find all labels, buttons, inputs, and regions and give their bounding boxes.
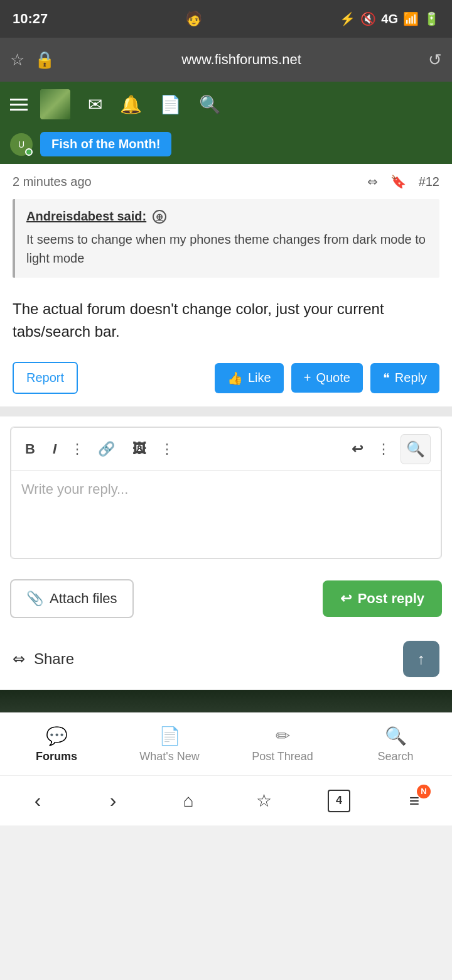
like-button[interactable]: 👍 Like	[215, 363, 284, 393]
reply-button[interactable]: ❝ Reply	[370, 363, 439, 393]
bookmark-icon[interactable]: 🔖	[390, 174, 406, 189]
fotm-section: U Fish of the Month!	[0, 127, 452, 164]
quote-text: It seems to change when my phones theme …	[26, 230, 428, 268]
more-format-button[interactable]: ⋮	[70, 441, 84, 457]
scroll-top-icon: ↑	[417, 650, 425, 668]
scroll-top-button[interactable]: ↑	[403, 641, 439, 677]
share-icon[interactable]: ⇔	[367, 174, 378, 189]
favorites-icon: ☆	[256, 790, 272, 811]
nav-forums[interactable]: 💬 Forums	[0, 713, 113, 775]
user-avatar-small: U	[10, 133, 33, 156]
more-options-button[interactable]: ⋮	[377, 441, 390, 457]
bell-icon[interactable]: 🔔	[120, 94, 142, 115]
nav-bar: ✉ 🔔 📄 🔍	[0, 82, 452, 127]
quote-block: Andreisdabest said: ⊕ It seems to change…	[13, 199, 439, 278]
avatar[interactable]	[40, 89, 70, 119]
toolbar-right: ↩ ⋮	[348, 438, 390, 460]
forward-icon: ›	[110, 789, 117, 812]
attach-files-button[interactable]: 📎 Attach files	[10, 579, 134, 618]
avatar-image	[40, 89, 70, 119]
document-icon[interactable]: 📄	[159, 94, 181, 115]
plus-icon: +	[304, 371, 311, 385]
reply-editor: B I ⋮ 🔗 🖼 ⋮ ↩ ⋮ 🔍 Write your reply...	[0, 416, 452, 569]
dark-strip	[0, 690, 452, 712]
time-display: 10:27	[13, 11, 48, 27]
notification-badge: N	[417, 785, 431, 798]
nav-icons: ✉ 🔔 📄 🔍	[40, 89, 221, 119]
menu-button[interactable]: ≡ N	[396, 782, 433, 820]
favorites-button[interactable]: ☆	[245, 782, 282, 820]
report-button[interactable]: Report	[13, 362, 78, 394]
post-thread-icon: ✏	[276, 726, 290, 746]
bottom-nav: 💬 Forums 📄 What's New ✏ Post Thread 🔍 Se…	[0, 712, 452, 775]
search-bottom-icon: 🔍	[385, 726, 407, 746]
status-icon-person: 🧑	[185, 11, 202, 27]
hamburger-menu[interactable]	[10, 99, 28, 111]
status-icons: ⚡ 🔇 4G 📶 🔋	[340, 11, 439, 26]
share-section: ⇔ Share ↑	[0, 628, 452, 690]
bluetooth-icon: ⚡	[340, 11, 355, 26]
battery-icon: 🔋	[424, 11, 439, 26]
nav-post-thread[interactable]: ✏ Post Thread	[226, 713, 339, 775]
reply-icon: ❝	[383, 371, 390, 386]
android-nav: ‹ › ⌂ ☆ 4 ≡ N	[0, 775, 452, 825]
back-icon: ‹	[35, 789, 41, 812]
whats-new-label: What's New	[139, 750, 199, 763]
network-icon: 4G	[381, 12, 398, 26]
forums-label: Forums	[36, 750, 77, 763]
post-reply-icon: ↩	[340, 591, 352, 607]
online-dot	[25, 148, 33, 156]
tabs-button[interactable]: 4	[320, 782, 358, 820]
reply-text-area[interactable]: Write your reply...	[11, 471, 441, 558]
status-bar: 10:27 🧑 ⚡ 🔇 4G 📶 🔋	[0, 0, 452, 38]
bold-button[interactable]: B	[21, 438, 39, 460]
home-icon: ⌂	[183, 791, 194, 811]
mute-icon: 🔇	[360, 11, 376, 26]
whats-new-icon: 📄	[159, 726, 181, 746]
quote-author: Andreisdabest said: ⊕	[26, 209, 428, 224]
browser-bar: ☆ 🔒 www.fishforums.net ↺	[0, 38, 452, 82]
section-divider	[0, 406, 452, 416]
undo-button[interactable]: ↩	[348, 438, 367, 460]
link-button[interactable]: 🔗	[94, 438, 119, 460]
nav-search[interactable]: 🔍 Search	[339, 713, 452, 775]
post-reply-button[interactable]: ↩ Post reply	[323, 580, 442, 617]
post-meta: 2 minutes ago ⇔ 🔖 #12	[0, 164, 452, 199]
post-thread-label: Post Thread	[252, 750, 313, 763]
star-icon[interactable]: ☆	[10, 50, 24, 70]
image-button[interactable]: 🖼	[129, 438, 150, 460]
post-number: #12	[419, 175, 439, 189]
extra-format-button[interactable]: ⋮	[160, 441, 174, 457]
forums-icon: 💬	[46, 726, 68, 746]
document-search-button[interactable]: 🔍	[401, 434, 431, 464]
back-button[interactable]: ‹	[19, 782, 56, 820]
share-button[interactable]: ⇔ Share	[13, 650, 74, 668]
attach-icon: 📎	[26, 591, 43, 607]
forward-button[interactable]: ›	[94, 782, 132, 820]
quote-expand-icon[interactable]: ⊕	[153, 210, 166, 224]
search-label: Search	[377, 750, 413, 763]
mail-icon[interactable]: ✉	[88, 94, 102, 115]
quote-button[interactable]: + Quote	[291, 363, 363, 393]
post-content: The actual forum doesn't change color, j…	[0, 288, 452, 356]
search-nav-icon[interactable]: 🔍	[199, 94, 221, 115]
tab-count: 4	[328, 790, 350, 812]
post-timestamp: 2 minutes ago	[13, 175, 92, 189]
signal-icon: 📶	[403, 11, 419, 26]
post-actions: Report 👍 Like + Quote ❝ Reply	[0, 356, 452, 406]
italic-button[interactable]: I	[49, 438, 60, 460]
fotm-badge: Fish of the Month!	[40, 132, 171, 156]
reload-icon[interactable]: ↺	[428, 50, 442, 70]
post-meta-right: ⇔ 🔖 #12	[367, 174, 439, 189]
url-bar[interactable]: www.fishforums.net	[65, 52, 418, 68]
share-icon: ⇔	[13, 650, 25, 668]
main-content: 2 minutes ago ⇔ 🔖 #12 Andreisdabest said…	[0, 164, 452, 406]
editor-placeholder: Write your reply...	[21, 481, 128, 497]
nav-whats-new[interactable]: 📄 What's New	[113, 713, 226, 775]
home-button[interactable]: ⌂	[170, 782, 207, 820]
editor-toolbar: B I ⋮ 🔗 🖼 ⋮ ↩ ⋮ 🔍	[11, 427, 441, 471]
reply-actions: 📎 Attach files ↩ Post reply	[0, 569, 452, 628]
lock-icon: 🔒	[35, 50, 55, 70]
like-icon: 👍	[227, 371, 243, 386]
